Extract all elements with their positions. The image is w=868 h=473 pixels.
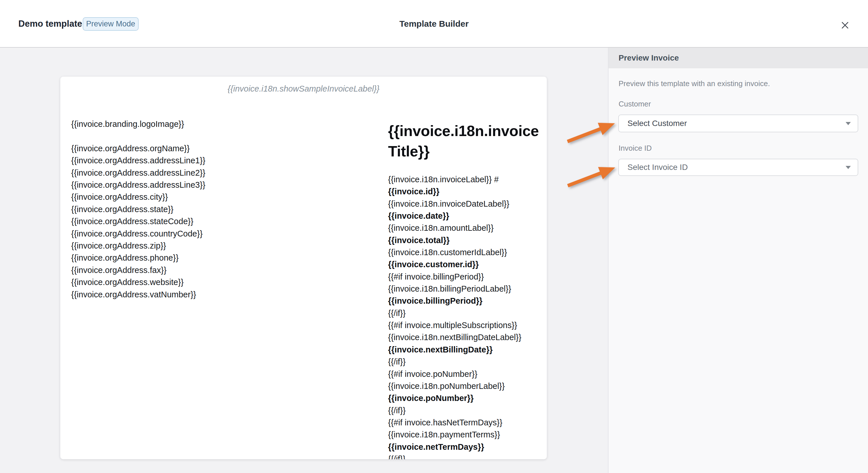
- template-line: {{invoice.orgAddress.state}}: [71, 203, 206, 215]
- invoice-title-line: {{invoice.i18n.invoice: [388, 121, 539, 141]
- template-line: {{invoice.i18n.customerIdLabel}}: [388, 246, 521, 258]
- template-line: {{invoice.branding.logoImage}}: [71, 118, 206, 130]
- invoice-title-heading: {{invoice.i18n.invoiceTitle}}: [388, 121, 539, 162]
- preview-mode-badge: Preview Mode: [83, 17, 138, 31]
- panel-title: Preview Invoice: [619, 53, 679, 63]
- customer-label: Customer: [619, 100, 651, 108]
- template-line: {{invoice.i18n.amountLabel}}: [388, 222, 521, 234]
- template-line: {{invoice.i18n.paymentTerms}}: [388, 429, 521, 441]
- template-line: {{#if invoice.multipleSubscriptions}}: [388, 319, 521, 331]
- invoice-id-select[interactable]: Select Invoice ID: [618, 159, 858, 176]
- close-icon: [840, 20, 850, 30]
- customer-select[interactable]: Select Customer: [618, 115, 858, 132]
- template-line: {{invoice.orgAddress.vatNumber}}: [71, 288, 206, 301]
- template-line: {{invoice.customer.id}}: [388, 258, 521, 271]
- template-line: {{invoice.i18n.invoiceDateLabel}}: [388, 198, 521, 210]
- close-button[interactable]: [837, 17, 853, 33]
- template-line: {{invoice.orgAddress.countryCode}}: [71, 228, 206, 240]
- template-line: {{invoice.total}}: [388, 234, 521, 246]
- template-line: {{invoice.orgAddress.addressLine3}}: [71, 179, 206, 191]
- invoice-title-line: Title}}: [388, 141, 539, 162]
- invoice-id-label: Invoice ID: [619, 144, 652, 153]
- template-line: [71, 130, 206, 142]
- template-line: {{invoice.i18n.poNumberLabel}}: [388, 380, 521, 392]
- template-line: {{invoice.orgAddress.zip}}: [71, 240, 206, 252]
- org-address-block: {{invoice.branding.logoImage}} {{invoice…: [71, 118, 206, 301]
- template-line: {{#if invoice.poNumber}}: [388, 368, 521, 380]
- template-line: {{invoice.orgAddress.orgName}}: [71, 143, 206, 154]
- template-line: {{/if}}: [388, 356, 521, 368]
- template-line: {{invoice.netTermDays}}: [388, 441, 521, 453]
- panel-header: Preview Invoice: [609, 48, 868, 68]
- template-name: Demo template: [19, 0, 82, 48]
- sample-invoice-label: {{invoice.i18n.showSampleInvoiceLabel}}: [60, 84, 547, 94]
- invoice-template-preview: {{invoice.i18n.showSampleInvoiceLabel}} …: [60, 76, 547, 459]
- customer-select-value: Select Customer: [627, 119, 687, 128]
- template-line: {{invoice.billingPeriod}}: [388, 295, 521, 307]
- template-line: {{invoice.orgAddress.website}}: [71, 276, 206, 288]
- template-line: {{invoice.i18n.invoiceLabel}} #: [388, 174, 521, 185]
- preview-mode-badge-label: Preview Mode: [86, 20, 135, 28]
- template-line: {{invoice.orgAddress.addressLine2}}: [71, 167, 206, 179]
- invoice-details-block: {{invoice.i18n.invoiceLabel}} #{{invoice…: [388, 174, 521, 459]
- template-line: {{invoice.orgAddress.city}}: [71, 191, 206, 203]
- template-line: {{invoice.orgAddress.addressLine1}}: [71, 154, 206, 166]
- template-line: {{invoice.orgAddress.fax}}: [71, 264, 206, 276]
- template-line: {{#if invoice.hasNetTermDays}}: [388, 416, 521, 429]
- template-line: {{invoice.date}}: [388, 210, 521, 222]
- template-line: {{/if}}: [388, 453, 521, 459]
- template-line: {{invoice.orgAddress.phone}}: [71, 252, 206, 264]
- chevron-down-icon: [846, 166, 851, 169]
- template-line: {{invoice.i18n.billingPeriodLabel}}: [388, 283, 521, 295]
- panel-description: Preview this template with an existing i…: [619, 79, 770, 88]
- template-line: {{invoice.i18n.nextBillingDateLabel}}: [388, 331, 521, 343]
- template-line: {{/if}}: [388, 307, 521, 319]
- template-line: {{invoice.nextBillingDate}}: [388, 344, 521, 356]
- template-line: {{invoice.poNumber}}: [388, 392, 521, 404]
- preview-invoice-panel: Preview Invoice Preview this template wi…: [608, 48, 868, 473]
- page-title: Template Builder: [399, 0, 468, 48]
- template-line: {{/if}}: [388, 404, 521, 416]
- top-bar: Demo template Preview Mode Template Buil…: [0, 0, 868, 48]
- invoice-id-select-value: Select Invoice ID: [627, 163, 688, 172]
- template-line: {{#if invoice.billingPeriod}}: [388, 271, 521, 283]
- template-line: {{invoice.id}}: [388, 185, 521, 197]
- chevron-down-icon: [846, 122, 851, 125]
- template-line: {{invoice.orgAddress.stateCode}}: [71, 215, 206, 227]
